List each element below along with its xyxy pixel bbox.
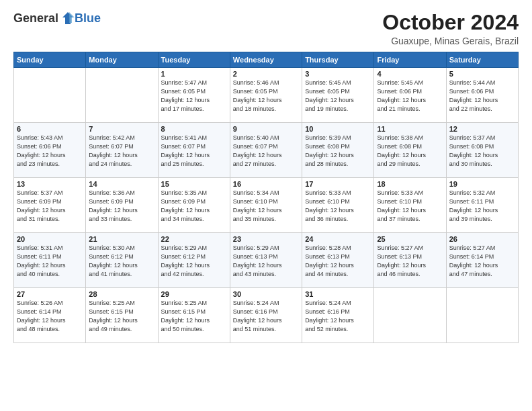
day-number: 7	[89, 125, 154, 133]
day-info: Sunrise: 5:42 AMSunset: 6:07 PMDaylight:…	[89, 134, 154, 169]
calendar-cell: 25Sunrise: 5:27 AMSunset: 6:13 PMDayligh…	[374, 233, 446, 288]
calendar-header-tuesday: Tuesday	[158, 52, 230, 68]
calendar-week-2: 6Sunrise: 5:43 AMSunset: 6:06 PMDaylight…	[14, 123, 519, 178]
day-info: Sunrise: 5:25 AMSunset: 6:15 PMDaylight:…	[161, 299, 227, 334]
day-number: 3	[305, 70, 371, 78]
calendar-cell: 12Sunrise: 5:37 AMSunset: 6:08 PMDayligh…	[446, 123, 518, 178]
calendar: SundayMondayTuesdayWednesdayThursdayFrid…	[13, 52, 519, 343]
svg-marker-1	[69, 12, 75, 23]
day-number: 21	[89, 235, 154, 243]
day-number: 6	[17, 125, 83, 133]
day-info: Sunrise: 5:35 AMSunset: 6:09 PMDaylight:…	[161, 189, 227, 224]
day-info: Sunrise: 5:36 AMSunset: 6:09 PMDaylight:…	[89, 189, 154, 224]
calendar-cell: 7Sunrise: 5:42 AMSunset: 6:07 PMDaylight…	[86, 123, 158, 178]
day-info: Sunrise: 5:26 AMSunset: 6:14 PMDaylight:…	[17, 299, 83, 334]
day-info: Sunrise: 5:27 AMSunset: 6:13 PMDaylight:…	[377, 244, 443, 279]
header: General Blue October 2024 Guaxupe, Minas…	[13, 11, 519, 46]
day-number: 14	[89, 180, 154, 188]
calendar-cell: 24Sunrise: 5:28 AMSunset: 6:13 PMDayligh…	[302, 233, 374, 288]
day-number: 15	[161, 180, 227, 188]
calendar-cell	[14, 68, 86, 123]
day-number: 8	[161, 125, 227, 133]
day-number: 30	[233, 290, 299, 298]
day-info: Sunrise: 5:37 AMSunset: 6:08 PMDaylight:…	[449, 134, 515, 169]
day-info: Sunrise: 5:31 AMSunset: 6:11 PMDaylight:…	[17, 244, 83, 279]
calendar-header-sunday: Sunday	[14, 52, 86, 68]
calendar-header-friday: Friday	[374, 52, 446, 68]
day-info: Sunrise: 5:44 AMSunset: 6:06 PMDaylight:…	[449, 79, 515, 113]
day-info: Sunrise: 5:30 AMSunset: 6:12 PMDaylight:…	[89, 244, 154, 279]
calendar-cell	[374, 288, 446, 343]
logo-icon	[60, 11, 75, 26]
day-number: 1	[161, 70, 227, 78]
calendar-cell: 19Sunrise: 5:32 AMSunset: 6:11 PMDayligh…	[446, 178, 518, 233]
calendar-cell: 18Sunrise: 5:33 AMSunset: 6:10 PMDayligh…	[374, 178, 446, 233]
calendar-header-row: SundayMondayTuesdayWednesdayThursdayFrid…	[14, 52, 519, 68]
calendar-cell: 5Sunrise: 5:44 AMSunset: 6:06 PMDaylight…	[446, 68, 518, 123]
day-info: Sunrise: 5:34 AMSunset: 6:10 PMDaylight:…	[233, 189, 299, 224]
calendar-week-1: 1Sunrise: 5:47 AMSunset: 6:05 PMDaylight…	[14, 68, 519, 123]
day-info: Sunrise: 5:41 AMSunset: 6:07 PMDaylight:…	[161, 134, 227, 169]
page: General Blue October 2024 Guaxupe, Minas…	[0, 0, 532, 411]
logo-general: General	[13, 11, 58, 26]
calendar-week-3: 13Sunrise: 5:37 AMSunset: 6:09 PMDayligh…	[14, 178, 519, 233]
day-info: Sunrise: 5:39 AMSunset: 6:08 PMDaylight:…	[305, 134, 371, 169]
day-info: Sunrise: 5:33 AMSunset: 6:10 PMDaylight:…	[305, 189, 371, 224]
day-number: 4	[377, 70, 443, 78]
day-info: Sunrise: 5:24 AMSunset: 6:16 PMDaylight:…	[305, 299, 371, 334]
calendar-week-5: 27Sunrise: 5:26 AMSunset: 6:14 PMDayligh…	[14, 288, 519, 343]
day-number: 9	[233, 125, 299, 133]
calendar-cell: 1Sunrise: 5:47 AMSunset: 6:05 PMDaylight…	[158, 68, 230, 123]
day-number: 28	[89, 290, 154, 298]
day-number: 31	[305, 290, 371, 298]
day-info: Sunrise: 5:47 AMSunset: 6:05 PMDaylight:…	[161, 79, 227, 113]
day-info: Sunrise: 5:37 AMSunset: 6:09 PMDaylight:…	[17, 189, 83, 224]
day-info: Sunrise: 5:43 AMSunset: 6:06 PMDaylight:…	[17, 134, 83, 169]
day-info: Sunrise: 5:25 AMSunset: 6:15 PMDaylight:…	[89, 299, 154, 334]
logo-blue: Blue	[75, 11, 101, 26]
calendar-week-4: 20Sunrise: 5:31 AMSunset: 6:11 PMDayligh…	[14, 233, 519, 288]
day-info: Sunrise: 5:32 AMSunset: 6:11 PMDaylight:…	[449, 189, 515, 224]
day-info: Sunrise: 5:33 AMSunset: 6:10 PMDaylight:…	[377, 189, 443, 224]
day-number: 5	[449, 70, 515, 78]
calendar-cell: 11Sunrise: 5:38 AMSunset: 6:08 PMDayligh…	[374, 123, 446, 178]
day-info: Sunrise: 5:29 AMSunset: 6:12 PMDaylight:…	[161, 244, 227, 279]
calendar-header-saturday: Saturday	[446, 52, 518, 68]
day-number: 23	[233, 235, 299, 243]
calendar-cell: 14Sunrise: 5:36 AMSunset: 6:09 PMDayligh…	[86, 178, 158, 233]
day-number: 2	[233, 70, 299, 78]
calendar-cell: 4Sunrise: 5:45 AMSunset: 6:06 PMDaylight…	[374, 68, 446, 123]
calendar-cell: 30Sunrise: 5:24 AMSunset: 6:16 PMDayligh…	[230, 288, 302, 343]
calendar-cell: 26Sunrise: 5:27 AMSunset: 6:14 PMDayligh…	[446, 233, 518, 288]
day-number: 11	[377, 125, 443, 133]
calendar-cell: 9Sunrise: 5:40 AMSunset: 6:07 PMDaylight…	[230, 123, 302, 178]
calendar-cell: 20Sunrise: 5:31 AMSunset: 6:11 PMDayligh…	[14, 233, 86, 288]
calendar-header-wednesday: Wednesday	[230, 52, 302, 68]
day-info: Sunrise: 5:40 AMSunset: 6:07 PMDaylight:…	[233, 134, 299, 169]
calendar-cell: 17Sunrise: 5:33 AMSunset: 6:10 PMDayligh…	[302, 178, 374, 233]
day-number: 27	[17, 290, 83, 298]
day-number: 17	[305, 180, 371, 188]
calendar-cell: 29Sunrise: 5:25 AMSunset: 6:15 PMDayligh…	[158, 288, 230, 343]
calendar-cell: 10Sunrise: 5:39 AMSunset: 6:08 PMDayligh…	[302, 123, 374, 178]
logo: General Blue	[13, 11, 101, 26]
day-number: 12	[449, 125, 515, 133]
calendar-cell: 22Sunrise: 5:29 AMSunset: 6:12 PMDayligh…	[158, 233, 230, 288]
day-number: 19	[449, 180, 515, 188]
day-number: 18	[377, 180, 443, 188]
calendar-cell: 31Sunrise: 5:24 AMSunset: 6:16 PMDayligh…	[302, 288, 374, 343]
day-info: Sunrise: 5:29 AMSunset: 6:13 PMDaylight:…	[233, 244, 299, 279]
day-info: Sunrise: 5:27 AMSunset: 6:14 PMDaylight:…	[449, 244, 515, 279]
day-number: 25	[377, 235, 443, 243]
calendar-cell: 28Sunrise: 5:25 AMSunset: 6:15 PMDayligh…	[86, 288, 158, 343]
calendar-cell: 13Sunrise: 5:37 AMSunset: 6:09 PMDayligh…	[14, 178, 86, 233]
day-number: 20	[17, 235, 83, 243]
day-info: Sunrise: 5:45 AMSunset: 6:05 PMDaylight:…	[305, 79, 371, 113]
calendar-cell: 16Sunrise: 5:34 AMSunset: 6:10 PMDayligh…	[230, 178, 302, 233]
subtitle: Guaxupe, Minas Gerais, Brazil	[382, 36, 519, 46]
calendar-cell: 21Sunrise: 5:30 AMSunset: 6:12 PMDayligh…	[86, 233, 158, 288]
day-number: 26	[449, 235, 515, 243]
calendar-cell	[86, 68, 158, 123]
calendar-cell: 2Sunrise: 5:46 AMSunset: 6:05 PMDaylight…	[230, 68, 302, 123]
day-number: 22	[161, 235, 227, 243]
